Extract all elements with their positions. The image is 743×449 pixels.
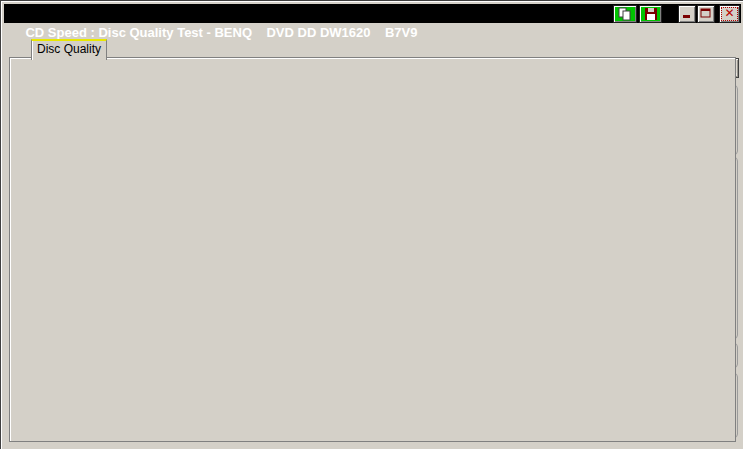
save-button[interactable]	[639, 5, 662, 23]
tab-page	[9, 57, 736, 442]
tab-disc-quality[interactable]: Disc Quality	[31, 39, 107, 60]
maximize-button[interactable]	[697, 5, 715, 23]
copy-chart-button[interactable]	[613, 5, 637, 23]
save-icon	[640, 7, 661, 21]
copy-icon	[614, 7, 636, 21]
minimize-icon	[679, 7, 695, 20]
tab-label: Disc Quality	[37, 42, 101, 56]
minimize-button[interactable]	[678, 5, 696, 23]
window-title: CD Speed : Disc Quality Test - BENQ DVD …	[25, 25, 417, 40]
app-window: CD Speed : Disc Quality Test - BENQ DVD …	[0, 0, 743, 449]
maximize-icon	[698, 7, 714, 20]
close-icon: ✕	[724, 6, 734, 20]
close-button[interactable]: ✕	[719, 5, 740, 23]
